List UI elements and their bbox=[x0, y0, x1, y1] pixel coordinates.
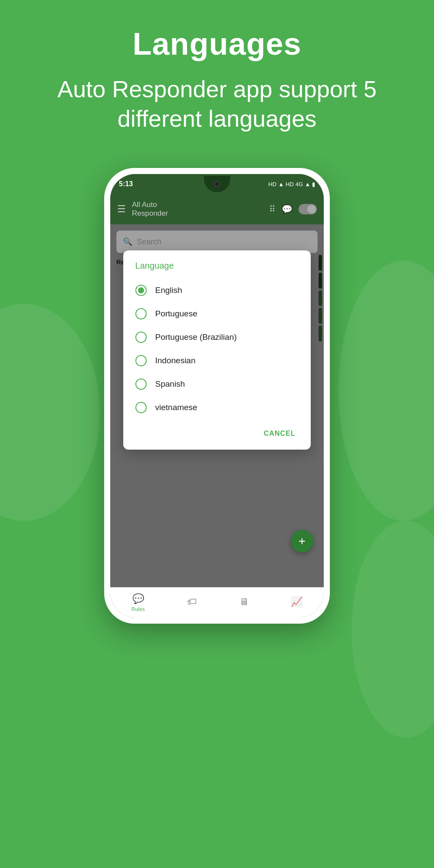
option-indonesian-label: Indonesian bbox=[155, 356, 196, 365]
nav-item-stats[interactable]: 📈 bbox=[291, 596, 302, 609]
nav-item-rules[interactable]: 💬 Rules bbox=[132, 593, 145, 612]
app-bar: ☰ All Auto Responder ⠿ 💬 bbox=[110, 194, 324, 224]
signal-icon: ▲ bbox=[278, 181, 284, 187]
screen-content: 🔍 Search Received Message: Good Morning bbox=[110, 224, 324, 587]
tags-icon: 🏷 bbox=[187, 596, 197, 608]
radio-english[interactable] bbox=[135, 285, 147, 296]
option-portuguese-label: Portuguese bbox=[155, 309, 197, 319]
grid-icon[interactable]: ⠿ bbox=[269, 204, 276, 214]
dialog-actions: CANCEL bbox=[123, 422, 311, 443]
header-section: Languages Auto Responder app support 5 d… bbox=[0, 0, 434, 151]
app-bar-title: All Auto Responder bbox=[132, 201, 263, 218]
radio-indonesian[interactable] bbox=[135, 355, 147, 366]
status-bar: 5:13 HD ▲ HD 4G ▲ ▮ bbox=[110, 174, 324, 194]
option-english-label: English bbox=[155, 286, 182, 295]
stats-icon: 📈 bbox=[291, 596, 302, 608]
fab-button[interactable]: + bbox=[291, 530, 313, 552]
status-icons: HD ▲ HD 4G ▲ ▮ bbox=[268, 181, 315, 187]
option-portuguese[interactable]: Portuguese bbox=[123, 302, 311, 326]
phone-screen: 5:13 HD ▲ HD 4G ▲ ▮ ☰ All Auto Res bbox=[110, 174, 324, 618]
page-subtitle: Auto Responder app support 5 different l… bbox=[0, 75, 434, 133]
status-time: 5:13 bbox=[119, 180, 133, 188]
dialog-overlay: Language English Portuguese Portuguese (… bbox=[110, 224, 324, 587]
option-vietnamese-label: vietnamese bbox=[155, 403, 197, 412]
cancel-button[interactable]: CANCEL bbox=[259, 426, 301, 441]
option-indonesian[interactable]: Indonesian bbox=[123, 349, 311, 372]
page-title: Languages bbox=[0, 26, 434, 62]
radio-portuguese-br[interactable] bbox=[135, 332, 147, 343]
network-label: 4G bbox=[296, 181, 303, 187]
language-dialog: Language English Portuguese Portuguese (… bbox=[123, 250, 311, 450]
nav-label-rules: Rules bbox=[132, 606, 145, 612]
radio-spanish[interactable] bbox=[135, 378, 147, 390]
menu-icon[interactable]: ☰ bbox=[117, 204, 126, 215]
hd-label: HD bbox=[268, 181, 276, 187]
battery-icon: ▮ bbox=[312, 181, 315, 187]
camera-dot bbox=[214, 181, 220, 187]
signal-bars-icon: ▲ bbox=[305, 181, 310, 187]
rules-icon: 💬 bbox=[132, 593, 144, 605]
option-spanish-label: Spanish bbox=[155, 379, 185, 389]
status-notch bbox=[204, 176, 230, 192]
radio-portuguese[interactable] bbox=[135, 308, 147, 319]
option-portuguese-br-label: Portuguese (Brazilian) bbox=[155, 332, 237, 342]
dialog-title: Language bbox=[123, 261, 311, 279]
hd-label2: HD bbox=[286, 181, 294, 187]
screen-icon: 🖥 bbox=[239, 596, 249, 608]
option-vietnamese[interactable]: vietnamese bbox=[123, 396, 311, 419]
option-portuguese-br[interactable]: Portuguese (Brazilian) bbox=[123, 326, 311, 349]
option-english[interactable]: English bbox=[123, 279, 311, 302]
toggle-switch[interactable] bbox=[299, 204, 317, 214]
radio-vietnamese[interactable] bbox=[135, 402, 147, 413]
app-bar-actions: ⠿ 💬 bbox=[269, 204, 317, 214]
nav-item-tags[interactable]: 🏷 bbox=[187, 596, 197, 609]
nav-item-screen[interactable]: 🖥 bbox=[239, 596, 249, 609]
option-spanish[interactable]: Spanish bbox=[123, 372, 311, 396]
bottom-nav: 💬 Rules 🏷 🖥 📈 bbox=[110, 587, 324, 618]
message-icon[interactable]: 💬 bbox=[282, 204, 293, 214]
phone-frame: 5:13 HD ▲ HD 4G ▲ ▮ ☰ All Auto Res bbox=[104, 168, 330, 624]
